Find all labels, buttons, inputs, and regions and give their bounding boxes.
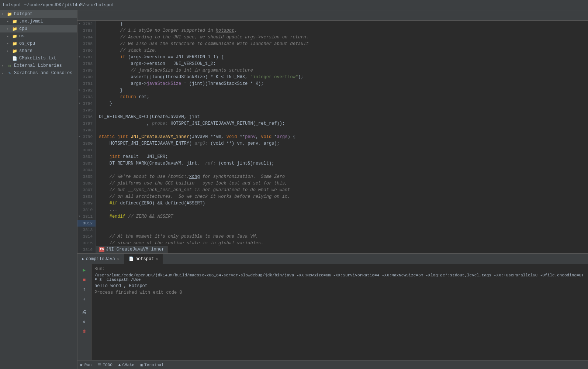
cmake-label: CMake (122, 363, 134, 367)
sidebar-item-os[interactable]: ▸ 📁 os (0, 32, 77, 40)
cmake-icon: ▲ (118, 363, 121, 367)
sidebar-item-label: os_cpu (19, 41, 35, 46)
run-scroll-bottom-button[interactable]: ⇓ (80, 294, 89, 303)
sidebar-item-label: share (19, 48, 32, 54)
code-content[interactable]: } // 1.1 style no longer supported in ho… (96, 21, 588, 253)
code-line (99, 107, 585, 114)
folder-icon: 📁 (12, 48, 18, 54)
run-command: /Users/lumi/code/openJDK/jdk14uM/build/m… (94, 272, 585, 283)
line-number: 3803 (77, 160, 96, 167)
arrow-icon: ▾ (1, 12, 7, 16)
run-label: Run: (94, 266, 585, 272)
line-number: 3800 (77, 140, 96, 147)
line-number: 3797 (77, 120, 96, 127)
code-line: // We also use the structure to communic… (99, 41, 585, 47)
code-line: } (99, 100, 585, 107)
folder-icon: 📁 (12, 26, 18, 32)
function-hint-icon: fn (99, 247, 104, 252)
line-number: 3794 (77, 100, 96, 107)
ext-lib-icon: ⊞ (7, 63, 13, 69)
code-line (99, 127, 585, 134)
arrow-icon: ▸ (7, 49, 12, 53)
run-tab-compilejava[interactable]: ▶ compileJava ✕ (77, 254, 124, 264)
line-number: 3809 (77, 200, 96, 207)
code-line (99, 147, 585, 154)
arrow-icon: ▸ (7, 34, 12, 38)
code-line (99, 220, 585, 227)
code-line: // since some of the runtime state is in… (99, 240, 585, 246)
code-line: #if defined(ZERO) && defined(ASSERT) (99, 200, 585, 207)
file-icon: 📄 (12, 55, 18, 61)
line-number: 3810 (77, 207, 96, 213)
function-hint-popup: fn JNI_CreateJavaVM_inner (96, 246, 167, 253)
code-line: HOTSPOT_JNI_CREATEJAVAVM_ENTRY( argO: (v… (99, 140, 585, 147)
line-number: 3815 (77, 240, 96, 246)
run-clear-button[interactable]: 🗑 (80, 327, 89, 336)
code-line: // stack size. (99, 47, 585, 54)
line-number: 3790 (77, 74, 96, 80)
sidebar-item-label: hotspot (14, 11, 32, 17)
line-number: 3806 (77, 180, 96, 187)
sidebar-item-label: .mx.jvmci (19, 19, 43, 24)
terminal-icon: ▣ (140, 362, 143, 367)
status-cmake[interactable]: ▲ CMake (118, 363, 135, 367)
code-line: #endif // ZERO && ASSERT (99, 213, 585, 220)
line-number: 3795 (77, 107, 96, 114)
code-line: // platforms use the GCC builtin __sync_… (99, 180, 585, 187)
sidebar-item-label: cpu (19, 26, 27, 31)
sidebar-item-hotspot[interactable]: ▾ 📁 hotspot (0, 10, 77, 18)
hotspot-tab-icon: 📄 (129, 256, 134, 261)
sidebar-item-external-libraries[interactable]: ▸ ⊞ External Libraries (0, 62, 77, 69)
run-play-button[interactable]: ▶ (80, 266, 89, 275)
run-tabs: ▶ compileJava ✕ 📄 hotspot ✕ (77, 254, 588, 264)
status-todo[interactable]: ☰ TODO (97, 362, 112, 367)
line-number: 3791 (77, 80, 96, 87)
line-number: 3807 (77, 187, 96, 193)
run-status-label: Run (84, 363, 92, 367)
sidebar-item-cmakelists[interactable]: ▸ 📄 CMakeLists.txt (0, 55, 77, 62)
line-number: 3812 (77, 220, 96, 227)
sidebar-item-scratches[interactable]: ▸ ✎ Scratches and Consoles (0, 69, 77, 77)
status-run[interactable]: ▶ Run (80, 362, 91, 367)
run-tab-hotspot[interactable]: 📄 hotspot ✕ (124, 254, 163, 264)
status-bar: ▶ Run ☰ TODO ▲ CMake ▣ Terminal (77, 360, 588, 369)
run-content: ▶ ■ ⇑ ⇓ 🖨 ⚙ 🗑 Run: /Users/lumi/code/open… (77, 264, 588, 360)
close-tab-icon[interactable]: ✕ (156, 257, 158, 261)
code-line: // javaStackSize is int in arguments str… (99, 67, 585, 74)
sidebar-item-os-cpu[interactable]: ▸ 📁 os_cpu (0, 40, 77, 47)
line-gutter: 3782 3783 3784 3785 3786 3787 3788 3789 … (77, 21, 96, 253)
line-number: 3816 (77, 246, 96, 253)
code-line: , probe: HOTSPOT_JNI_CREATEJAVAVM_RETURN… (99, 120, 585, 127)
line-number: 3805 (77, 173, 96, 180)
line-number: 3784 (77, 34, 96, 41)
code-line (99, 167, 585, 173)
arrow-icon: ▸ (7, 41, 12, 46)
run-tab-label: hotspot (135, 256, 154, 262)
code-editor[interactable]: 3782 3783 3784 3785 3786 3787 3788 3789 … (77, 21, 588, 253)
run-output: Run: /Users/lumi/code/openJDK/jdk14uM/bu… (91, 264, 588, 360)
line-number: 3811 (77, 213, 96, 220)
run-scroll-top-button[interactable]: ⇑ (80, 285, 89, 294)
code-line: // on all architectures. So we check it … (99, 193, 585, 200)
title-bar: hotspot ~/code/openJDK/jdk14uM/src/hotsp… (0, 0, 588, 10)
code-line: // 1.1 style no longer supported in hots… (99, 27, 585, 34)
sidebar-item-share[interactable]: ▸ 📁 share (0, 47, 77, 55)
arrow-icon: ▸ (7, 27, 12, 31)
compile-tab-icon: ▶ (82, 256, 84, 261)
status-terminal[interactable]: ▣ Terminal (140, 362, 163, 367)
code-line: static jint JNI_CreateJavaVM_inner(JavaV… (99, 134, 585, 140)
sidebar-item-cpu[interactable]: ▸ 📁 cpu (0, 25, 77, 32)
run-stop-button[interactable]: ■ (80, 275, 89, 284)
run-label-text: Run: (94, 266, 105, 272)
run-sidebar: ▶ ■ ⇑ ⇓ 🖨 ⚙ 🗑 (77, 264, 91, 360)
sidebar-item-label: CMakeLists.txt (19, 56, 56, 61)
line-number: 3802 (77, 154, 96, 160)
code-line: args->version = JNI_VERSION_1_2; (99, 61, 585, 67)
run-icon: ▶ (80, 362, 83, 367)
line-number: 3813 (77, 227, 96, 233)
sidebar-item-mx-jvmci[interactable]: ▸ 📁 .mx.jvmci (0, 18, 77, 25)
run-print-button[interactable]: 🖨 (80, 308, 89, 317)
run-settings-button[interactable]: ⚙ (80, 317, 89, 326)
editor-panel: 3782 3783 3784 3785 3786 3787 3788 3789 … (77, 10, 588, 369)
close-tab-icon[interactable]: ✕ (117, 257, 120, 261)
